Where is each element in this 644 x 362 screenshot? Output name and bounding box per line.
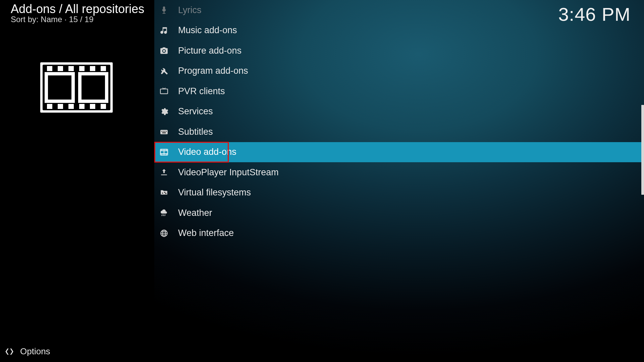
list-item-lyrics[interactable]: Lyrics [154,0,644,20]
svg-rect-6 [79,66,85,71]
list-item-label: Subtitles [169,127,213,137]
list-item-music-addons[interactable]: Music add-ons [154,20,644,41]
music-note-icon [159,26,169,35]
camera-icon [159,46,169,55]
svg-rect-19 [164,131,165,132]
svg-rect-4 [58,66,63,71]
addon-category-list: Lyrics Music add-ons Picture add-ons Pro… [154,0,644,362]
globe-icon [159,229,169,238]
svg-rect-13 [90,104,95,109]
svg-rect-5 [68,66,74,71]
options-button[interactable]: Options [5,346,50,357]
list-item-label: Program add-ons [169,66,248,76]
svg-rect-12 [79,104,85,109]
upload-icon [159,168,169,177]
list-item-label: Virtual filesystems [169,187,251,198]
list-item-services[interactable]: Services [154,102,644,122]
list-item-weather[interactable]: Weather [154,203,644,223]
list-item-label: VideoPlayer InputStream [169,167,279,178]
options-icon [5,347,14,356]
svg-rect-20 [166,131,166,132]
list-item-videoplayer-inputstream[interactable]: VideoPlayer InputStream [154,162,644,183]
list-item-label: Picture add-ons [169,46,241,56]
list-item-label: Video add-ons [169,147,236,157]
svg-rect-3 [47,66,52,71]
list-item-label: Music add-ons [169,25,237,36]
svg-rect-15 [160,89,168,94]
list-item-subtitles[interactable]: Subtitles [154,122,644,142]
list-item-label: Services [169,106,213,117]
list-item-picture-addons[interactable]: Picture add-ons [154,41,644,61]
weather-icon [159,208,169,218]
film-icon [159,147,169,157]
list-item-label: Weather [169,208,212,218]
svg-rect-10 [58,104,63,109]
microphone-icon [159,5,169,15]
list-item-pvr-clients[interactable]: PVR clients [154,81,644,102]
scrollbar-thumb[interactable] [641,105,644,195]
svg-rect-21 [162,132,166,133]
list-item-label: PVR clients [169,86,225,97]
options-label: Options [20,346,50,357]
breadcrumb: Add-ons / All repositories [11,2,144,16]
svg-rect-16 [160,130,168,134]
list-item-label: Web interface [169,228,234,238]
list-item-label: Lyrics [169,5,202,15]
tv-icon [159,86,169,96]
svg-rect-2 [80,74,107,101]
folder-network-icon [159,188,169,197]
keyboard-icon [159,127,169,136]
gear-icon [159,107,169,116]
svg-rect-7 [90,66,95,71]
svg-rect-9 [47,104,52,109]
list-item-virtual-filesystems[interactable]: Virtual filesystems [154,183,644,203]
film-icon [40,62,113,113]
svg-point-31 [164,192,165,193]
svg-rect-17 [161,131,162,132]
svg-point-32 [165,193,166,194]
svg-rect-1 [46,74,73,101]
svg-rect-18 [163,131,164,132]
list-item-web-interface[interactable]: Web interface [154,223,644,244]
list-item-program-addons[interactable]: Program add-ons [154,61,644,81]
tools-icon [159,66,169,76]
list-item-video-addons[interactable]: Video add-ons [154,142,644,163]
svg-rect-11 [68,104,74,109]
svg-point-30 [162,192,163,193]
sidebar: Add-ons / All repositories Sort by: Name… [0,0,154,362]
svg-rect-8 [101,66,106,71]
svg-rect-14 [101,104,106,109]
sort-line: Sort by: Name · 15 / 19 [11,15,94,24]
